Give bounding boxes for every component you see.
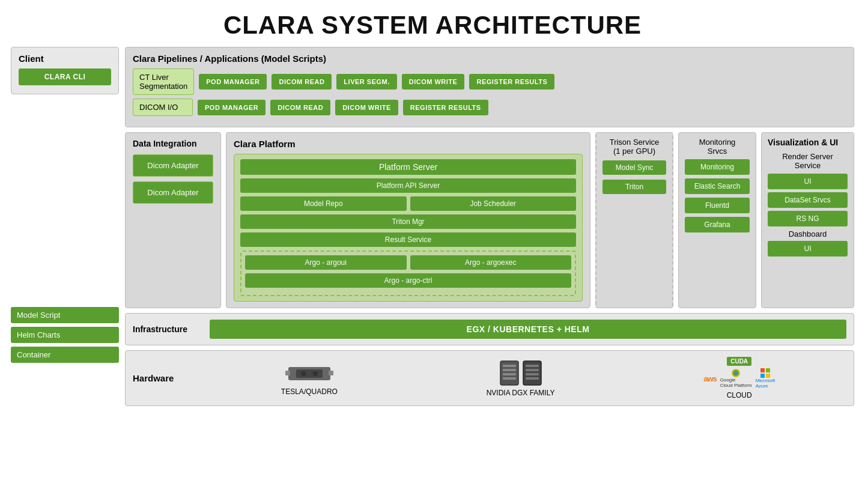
svg-rect-7 <box>503 365 516 367</box>
dicom-dicom-write[interactable]: DICOM WRITE <box>335 100 398 115</box>
svg-rect-2 <box>329 371 333 375</box>
data-integration-title: Data Integration <box>133 139 213 148</box>
data-integration-box: Data Integration Dicom Adapter Dicom Ada… <box>125 132 221 308</box>
platform-row-2: Triton Mgr <box>240 214 576 229</box>
hardware-section: Hardware TESLA/QUADRO <box>125 350 854 406</box>
platform-api-server[interactable]: Platform API Server <box>240 178 576 193</box>
model-repo-chip[interactable]: Model Repo <box>240 196 407 211</box>
hardware-label: Hardware <box>133 373 205 383</box>
cloud-label: CLOUD <box>727 391 752 399</box>
legend-helm-charts[interactable]: Helm Charts <box>11 327 119 343</box>
svg-rect-19 <box>766 374 770 378</box>
result-service-chip[interactable]: Result Service <box>240 232 576 247</box>
hardware-tesla: TESLA/QUADRO <box>281 361 338 396</box>
aws-logo: aws <box>703 374 717 383</box>
legend-container[interactable]: Container <box>11 347 119 363</box>
client-box: Client CLARA CLI <box>11 47 119 94</box>
dicom-dicom-read[interactable]: DICOM READ <box>270 100 330 115</box>
platform-server-title: Platform Server <box>240 159 576 175</box>
microsoft-logo: MicrosoftAzure <box>756 368 775 389</box>
svg-point-4 <box>301 371 306 376</box>
pipelines-section: Clara Pipelines / Applications (Model Sc… <box>125 47 854 127</box>
argo-argoui-chip[interactable]: Argo - argoui <box>245 255 407 270</box>
dicom-adapter-1[interactable]: Dicom Adapter <box>133 154 213 177</box>
hardware-items: TESLA/QUADRO <box>210 357 846 399</box>
monitoring-title: MonitoringSrvcs <box>685 138 750 156</box>
cloud-logos: CUDA aws GoogleCloud Platform MicrosoftA… <box>703 357 775 389</box>
argo-row-1: Argo - argoui Argo - argoexec <box>245 255 571 270</box>
dicom-pod-manager[interactable]: POD MANAGER <box>198 100 266 115</box>
ct-dicom-write[interactable]: DICOM WRITE <box>402 74 465 90</box>
visualization-title: Visualization & UI <box>768 138 848 147</box>
visualization-box: Visualization & UI Render ServerService … <box>761 132 854 308</box>
dgx-label: NVIDIA DGX FAMILY <box>487 389 555 397</box>
google-text: GoogleCloud Platform <box>720 377 752 388</box>
dicom-adapter-2[interactable]: Dicom Adapter <box>133 181 213 204</box>
pipeline-row-dicom: DICOM I/O POD MANAGER DICOM READ DICOM W… <box>133 99 846 116</box>
triton-mgr-chip[interactable]: Triton Mgr <box>240 214 576 229</box>
argo-row-2: Argo - argo-ctrl <box>245 273 571 288</box>
argo-argoexec-chip[interactable]: Argo - argoexec <box>410 255 572 270</box>
infrastructure-section: Infrastructure EGX / KUBERNETES + HELM <box>125 313 854 345</box>
argo-box: Argo - argoui Argo - argoexec Argo - arg… <box>240 250 576 296</box>
triton-chip[interactable]: Triton <box>602 180 666 194</box>
tesla-label: TESLA/QUADRO <box>281 387 338 396</box>
tesla-icon <box>285 361 333 385</box>
pipeline-dicom-label: DICOM I/O <box>133 99 193 116</box>
svg-rect-12 <box>526 365 539 367</box>
legend-items: Model Script Helm Charts Container <box>11 307 119 363</box>
elastic-search-chip[interactable]: Elastic Search <box>685 178 750 194</box>
dicom-register-results[interactable]: REGISTER RESULTS <box>403 100 488 115</box>
ct-register-results[interactable]: REGISTER RESULTS <box>469 74 554 90</box>
monitoring-chip[interactable]: Monitoring <box>685 159 750 175</box>
trison-service-box: Trison Service(1 per GPU) Model Sync Tri… <box>595 132 673 308</box>
legend-model-script[interactable]: Model Script <box>11 307 119 323</box>
rs-ng-chip[interactable]: RS NG <box>768 211 848 226</box>
infrastructure-value: EGX / KUBERNETES + HELM <box>210 320 846 339</box>
model-sync-chip[interactable]: Model Sync <box>602 160 666 175</box>
render-server-title: Render ServerService <box>768 152 848 170</box>
svg-rect-16 <box>760 368 765 372</box>
ct-dicom-read[interactable]: DICOM READ <box>272 74 332 90</box>
pipelines-title: Clara Pipelines / Applications (Model Sc… <box>133 53 846 64</box>
monitoring-box: MonitoringSrvcs Monitoring Elastic Searc… <box>678 132 756 308</box>
fluentd-chip[interactable]: Fluentd <box>685 198 750 213</box>
dashboard-ui-chip[interactable]: UI <box>768 241 848 257</box>
ct-liver-segm[interactable]: LIVER SEGM. <box>336 74 396 90</box>
platform-server-box: Platform Server Platform API Server Mode… <box>234 154 583 302</box>
svg-rect-1 <box>285 371 290 375</box>
hardware-cloud: CUDA aws GoogleCloud Platform MicrosoftA… <box>703 357 775 399</box>
svg-rect-15 <box>526 377 539 380</box>
grafana-chip[interactable]: Grafana <box>685 217 750 232</box>
svg-rect-18 <box>760 374 765 378</box>
job-scheduler-chip[interactable]: Job Scheduler <box>410 196 577 211</box>
google-logo: GoogleCloud Platform <box>720 369 752 388</box>
svg-rect-9 <box>503 373 516 375</box>
svg-point-5 <box>313 371 318 376</box>
platform-row-1: Model Repo Job Scheduler <box>240 196 576 211</box>
google-icon <box>732 369 740 377</box>
trison-service-title: Trison Service(1 per GPU) <box>610 138 660 156</box>
dataset-srvcs-chip[interactable]: DataSet Srvcs <box>768 192 848 208</box>
svg-rect-13 <box>526 369 539 371</box>
dashboard-label: Dashboard <box>768 229 848 238</box>
page-title: CLARA SYSTEM ARCHITECTURE <box>0 0 865 47</box>
cuda-badge: CUDA <box>727 357 751 366</box>
pipeline-row-ct: CT LiverSegmentation POD MANAGER DICOM R… <box>133 68 846 95</box>
client-title: Client <box>19 53 111 64</box>
svg-rect-10 <box>503 377 516 380</box>
viz-ui-chip[interactable]: UI <box>768 174 848 189</box>
argo-ctrl-chip[interactable]: Argo - argo-ctrl <box>245 273 571 288</box>
svg-rect-14 <box>526 373 539 375</box>
left-sidebar: Client CLARA CLI Model Script Helm Chart… <box>11 47 125 363</box>
cloud-brand-row: aws GoogleCloud Platform MicrosoftAzure <box>703 368 775 389</box>
svg-rect-17 <box>766 368 770 372</box>
clara-platform-title: Clara Platform <box>234 139 583 149</box>
clara-cli-button[interactable]: CLARA CLI <box>19 68 111 85</box>
right-content: Clara Pipelines / Applications (Model Sc… <box>125 47 854 406</box>
middle-section: Data Integration Dicom Adapter Dicom Ada… <box>125 132 854 308</box>
platform-inner: Platform Server Platform API Server Mode… <box>234 154 583 302</box>
infrastructure-label: Infrastructure <box>133 324 205 334</box>
pipeline-ct-label: CT LiverSegmentation <box>133 68 194 95</box>
ct-pod-manager[interactable]: POD MANAGER <box>199 74 267 90</box>
